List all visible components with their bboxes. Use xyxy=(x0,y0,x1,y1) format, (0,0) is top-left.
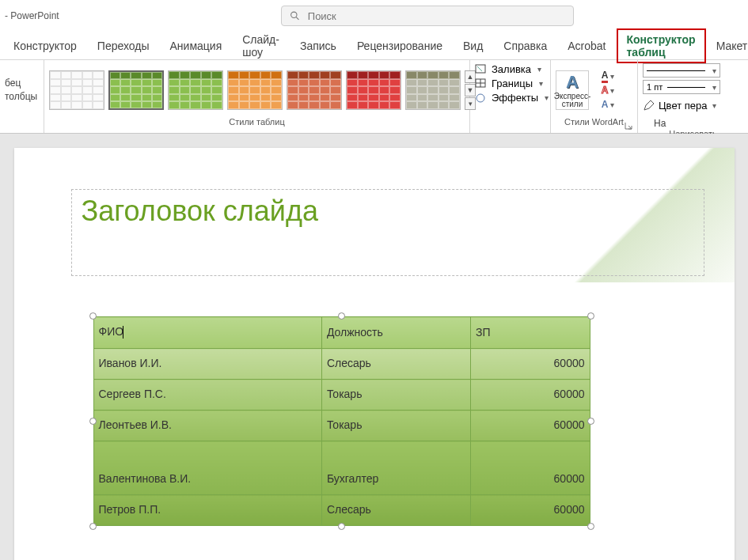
pen-width-dropdown[interactable]: 1 пт▾ xyxy=(643,80,720,94)
ribbon-group-wordart: A Экспресс- стили A▾ A▾ A▾ Стили WordArt xyxy=(551,60,638,133)
ribbon-group-draw: ▾ 1 пт▾ Цвет пера▾ На Нарисовать xyxy=(638,60,748,133)
group-label-truncated xyxy=(5,117,39,131)
table-cell[interactable]: 60000 xyxy=(471,495,590,526)
table-cell[interactable]: Петров П.П. xyxy=(93,495,321,526)
table-cell[interactable]: Валентинова В.И. xyxy=(93,441,321,495)
tab-view[interactable]: Вид xyxy=(453,35,493,57)
table-cell[interactable]: 60000 xyxy=(471,380,590,411)
resize-handle-mr[interactable] xyxy=(587,418,594,425)
resize-handle-tl[interactable] xyxy=(89,312,97,320)
tab-animations[interactable]: Анимация xyxy=(160,35,233,57)
tab-review[interactable]: Рецензирование xyxy=(347,35,453,57)
resize-handle-br[interactable] xyxy=(587,523,594,530)
table-cell[interactable]: Леонтьев И.В. xyxy=(93,411,321,441)
style-thumb-brick[interactable] xyxy=(287,70,342,110)
text-outline-button[interactable]: A▾ xyxy=(594,84,622,96)
table-cell[interactable]: Иванов И.И. xyxy=(93,349,321,380)
search-icon xyxy=(290,10,300,21)
resize-handle-tm[interactable] xyxy=(338,312,345,320)
style-thumb-green2[interactable] xyxy=(168,70,223,110)
style-thumb-green-selected[interactable] xyxy=(108,70,164,110)
caret-down-icon: ▾ xyxy=(545,93,549,102)
truncated-right: На xyxy=(654,118,666,129)
search-input[interactable] xyxy=(308,10,565,22)
table-cell[interactable]: Слесарь xyxy=(321,495,470,526)
text-cursor xyxy=(123,326,123,339)
slide-title[interactable]: Заголовок слайда xyxy=(82,195,694,228)
slide-table[interactable]: ФИО Должность ЗП Иванов И.И.Слесарь60000… xyxy=(93,316,590,526)
group-label-styles: Стили таблиц xyxy=(49,117,465,131)
tab-help[interactable]: Справка xyxy=(493,35,557,57)
caret-down-icon: ▾ xyxy=(537,65,541,74)
slide-canvas-area[interactable]: Заголовок слайда ФИО Должность ЗП Иванов… xyxy=(0,134,748,560)
tab-layout[interactable]: Макет xyxy=(706,35,748,57)
ribbon-tabs: Конструктор Переходы Анимация Слайд-шоу … xyxy=(0,32,748,60)
style-thumb-red[interactable] xyxy=(346,70,401,110)
table-cell[interactable]: Бухгалтер xyxy=(321,441,470,495)
title-bar: - PowerPoint xyxy=(0,0,748,32)
table-cell[interactable]: Слесарь xyxy=(321,349,470,380)
effects-icon xyxy=(475,93,488,104)
fill-button[interactable]: Заливка▾ xyxy=(475,63,541,75)
app-name: - PowerPoint xyxy=(0,10,59,21)
ribbon-group-shading-borders: Заливка▾ Границы▾ Эффекты▾ xyxy=(470,60,551,133)
borders-icon xyxy=(475,78,488,89)
caret-down-icon: ▾ xyxy=(539,79,543,88)
style-thumb-grey[interactable] xyxy=(405,70,461,110)
ribbon: бец толбцы ▲ ▼ ▾ Стили таблиц xyxy=(0,60,748,134)
effects-button[interactable]: Эффекты▾ xyxy=(475,92,549,104)
quick-styles-label: Экспресс- стили xyxy=(554,93,591,109)
tab-record[interactable]: Запись xyxy=(290,35,347,57)
table-row: Иванов И.И.Слесарь60000 xyxy=(93,349,590,380)
search-box[interactable] xyxy=(281,6,574,26)
svg-point-0 xyxy=(290,12,296,17)
table-cell[interactable]: 60000 xyxy=(471,411,590,441)
resize-handle-bm[interactable] xyxy=(338,523,345,530)
style-thumb-plain[interactable] xyxy=(49,70,104,110)
resize-handle-ml[interactable] xyxy=(89,418,97,425)
resize-handle-bl[interactable] xyxy=(89,523,97,530)
style-thumb-orange[interactable] xyxy=(227,70,283,110)
fill-icon xyxy=(475,64,488,75)
table-cell[interactable]: Токарь xyxy=(321,411,470,441)
table-cell[interactable]: Сергеев П.С. xyxy=(93,380,321,411)
tab-designer[interactable]: Конструктор xyxy=(3,35,87,57)
pen-color-button[interactable]: Цвет пера▾ xyxy=(643,99,720,112)
title-placeholder[interactable]: Заголовок слайда xyxy=(71,189,704,276)
quick-styles-button[interactable]: A Экспресс- стили xyxy=(556,70,589,110)
table-cell[interactable]: 60000 xyxy=(471,349,590,380)
pen-width-value: 1 пт xyxy=(647,82,663,92)
table-row: Валентинова В.И.Бухгалтер60000 xyxy=(93,441,590,495)
svg-point-6 xyxy=(477,94,484,102)
text-fill-button[interactable]: A▾ xyxy=(594,70,622,82)
pen-style-dropdown[interactable]: ▾ xyxy=(643,63,720,78)
option-text-1: бец xyxy=(5,77,21,90)
table-cell[interactable]: Токарь xyxy=(321,380,470,411)
table-cell[interactable]: ЗП xyxy=(471,317,590,349)
table-row: ФИО Должность ЗП xyxy=(93,317,590,349)
table-cell[interactable]: ФИО xyxy=(93,317,321,349)
slide[interactable]: Заголовок слайда ФИО Должность ЗП Иванов… xyxy=(14,148,735,560)
svg-rect-2 xyxy=(476,65,485,73)
fill-label: Заливка xyxy=(492,63,531,75)
ribbon-group-table-styles: ▲ ▼ ▾ Стили таблиц xyxy=(44,60,470,133)
tab-slideshow[interactable]: Слайд-шоу xyxy=(232,28,290,63)
resize-handle-tr[interactable] xyxy=(587,312,594,320)
group-label-wordart: Стили WordArt xyxy=(564,117,624,127)
text-effects-button[interactable]: A▾ xyxy=(594,98,622,111)
tab-table-design[interactable]: Конструктор таблиц xyxy=(617,28,706,63)
table-cell[interactable]: Должность xyxy=(321,317,470,349)
borders-button[interactable]: Границы▾ xyxy=(475,78,543,89)
dialog-launcher-icon[interactable] xyxy=(625,122,632,130)
ribbon-group-table-options: бец толбцы xyxy=(0,60,44,133)
tab-transitions[interactable]: Переходы xyxy=(87,35,160,57)
table-row: Сергеев П.С.Токарь60000 xyxy=(93,380,590,411)
pen-color-label: Цвет пера xyxy=(659,100,707,112)
table-row: Петров П.П.Слесарь60000 xyxy=(93,495,590,526)
table-row: Леонтьев И.В.Токарь60000 xyxy=(93,411,590,441)
table-cell[interactable]: 60000 xyxy=(471,441,590,495)
table-object[interactable]: ФИО Должность ЗП Иванов И.И.Слесарь60000… xyxy=(93,316,590,526)
tab-acrobat[interactable]: Acrobat xyxy=(557,35,616,57)
borders-label: Границы xyxy=(492,78,533,89)
letter-a-icon: A xyxy=(566,72,579,93)
